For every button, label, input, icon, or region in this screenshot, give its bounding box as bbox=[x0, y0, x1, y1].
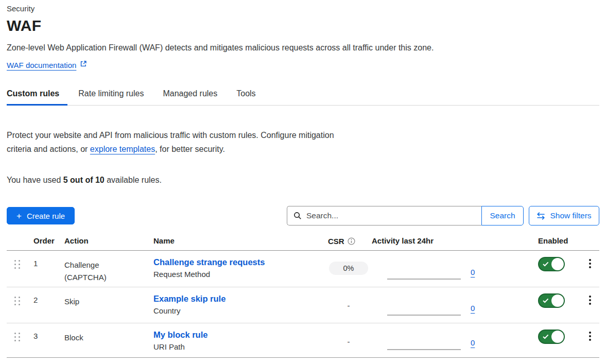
kebab-menu-icon[interactable] bbox=[586, 258, 594, 287]
create-rule-button[interactable]: + Create rule bbox=[7, 207, 75, 224]
swap-arrows-icon bbox=[536, 212, 545, 220]
activity-sparkline bbox=[387, 315, 461, 316]
search-input-wrap bbox=[287, 206, 481, 226]
rules-table: Order Action Name CSR Activity last 24hr… bbox=[7, 236, 599, 358]
toggle-knob bbox=[551, 258, 564, 270]
col-header-name: Name bbox=[153, 236, 328, 246]
waf-documentation-link[interactable]: WAF documentation bbox=[7, 61, 76, 70]
csr-badge: 0% bbox=[329, 262, 368, 275]
enabled-toggle[interactable] bbox=[538, 257, 565, 271]
show-filters-label: Show filters bbox=[550, 211, 591, 220]
drag-cell bbox=[7, 323, 33, 357]
drag-handle-icon[interactable] bbox=[14, 297, 20, 305]
table-row: 1 Challenge (CAPTCHA) Challenge strange … bbox=[7, 251, 599, 287]
name-cell: Example skip rule Country bbox=[153, 287, 328, 323]
intro-line2-pre: criteria and actions, or bbox=[7, 145, 90, 153]
tab-custom-rules[interactable]: Custom rules bbox=[7, 89, 59, 105]
toolbar-right: Search Show filters bbox=[287, 206, 599, 226]
rule-field: Request Method bbox=[153, 270, 328, 279]
action-cell: Block bbox=[64, 323, 129, 357]
drag-cell bbox=[7, 287, 33, 323]
rule-name-link[interactable]: Example skip rule bbox=[153, 294, 226, 304]
activity-count-link[interactable]: 0 bbox=[471, 268, 475, 276]
plus-icon: + bbox=[16, 212, 22, 220]
rule-field: Country bbox=[153, 306, 328, 315]
drag-cell bbox=[7, 251, 33, 287]
checkmark-icon bbox=[543, 334, 549, 339]
show-filters-button[interactable]: Show filters bbox=[529, 206, 599, 226]
tab-managed-rules[interactable]: Managed rules bbox=[163, 89, 217, 105]
header-drag-spacer bbox=[7, 236, 33, 246]
activity-sparkline bbox=[387, 279, 461, 280]
name-cell: Challenge strange requests Request Metho… bbox=[153, 251, 328, 287]
enabled-cell bbox=[538, 287, 581, 323]
activity-sparkline bbox=[387, 349, 461, 350]
intro-text: Protect your website and API from malici… bbox=[7, 128, 599, 156]
create-rule-label: Create rule bbox=[27, 212, 65, 220]
waf-page: Security WAF Zone-level Web Application … bbox=[0, 4, 606, 358]
menu-cell bbox=[581, 251, 599, 287]
col-header-order: Order bbox=[33, 236, 64, 246]
kebab-menu-icon[interactable] bbox=[586, 331, 594, 357]
table-body: 1 Challenge (CAPTCHA) Challenge strange … bbox=[7, 251, 599, 358]
explore-templates-link[interactable]: explore templates bbox=[90, 145, 155, 153]
enabled-toggle[interactable] bbox=[538, 330, 565, 344]
rules-toolbar: + Create rule Search Show filt bbox=[7, 206, 599, 226]
toggle-knob bbox=[551, 331, 564, 343]
rule-name-link[interactable]: Challenge strange requests bbox=[153, 257, 265, 267]
table-row: 3 Block My block rule URI Path - 0 bbox=[7, 323, 599, 357]
page-title: WAF bbox=[7, 17, 599, 34]
csr-value: - bbox=[329, 334, 368, 346]
checkmark-icon bbox=[543, 262, 549, 267]
rule-name-link[interactable]: My block rule bbox=[153, 330, 207, 340]
info-icon[interactable] bbox=[348, 237, 355, 245]
csr-cell: - bbox=[328, 287, 372, 323]
name-cell: My block rule URI Path bbox=[153, 323, 328, 357]
drag-handle-icon[interactable] bbox=[14, 260, 20, 269]
rule-field: URI Path bbox=[153, 342, 328, 351]
drag-handle-icon[interactable] bbox=[14, 333, 20, 341]
col-header-activity: Activity last 24hr bbox=[372, 236, 538, 246]
kebab-menu-icon[interactable] bbox=[586, 294, 594, 323]
checkmark-icon bbox=[543, 298, 549, 303]
table-row: 2 Skip Example skip rule Country - 0 bbox=[7, 287, 599, 323]
order-cell: 2 bbox=[33, 287, 64, 323]
enabled-cell bbox=[538, 251, 581, 287]
search-input[interactable] bbox=[287, 206, 481, 226]
usage-count: 5 out of 10 bbox=[63, 176, 105, 184]
tab-rate-limiting-rules[interactable]: Rate limiting rules bbox=[78, 89, 144, 105]
action-cell: Challenge (CAPTCHA) bbox=[64, 251, 129, 287]
action-cell: Skip bbox=[64, 287, 129, 323]
csr-header-label: CSR bbox=[328, 237, 344, 246]
usage-text: You have used 5 out of 10 available rule… bbox=[7, 176, 599, 185]
breadcrumb-security: Security bbox=[7, 4, 599, 13]
intro-line2-post: , for better security. bbox=[155, 145, 225, 153]
tab-tools[interactable]: Tools bbox=[236, 89, 255, 105]
doc-link-row: WAF documentation bbox=[7, 60, 599, 70]
activity-cell: 0 bbox=[372, 287, 538, 323]
search-group: Search bbox=[287, 206, 524, 226]
activity-cell: 0 bbox=[372, 251, 538, 287]
csr-cell: - bbox=[328, 323, 372, 357]
order-cell: 3 bbox=[33, 323, 64, 357]
col-header-enabled: Enabled bbox=[538, 236, 581, 246]
header-menu-spacer bbox=[581, 236, 599, 246]
col-header-action: Action bbox=[64, 236, 153, 246]
usage-pre: You have used bbox=[7, 176, 63, 184]
usage-post: available rules. bbox=[105, 176, 162, 184]
activity-cell: 0 bbox=[372, 323, 538, 357]
menu-cell bbox=[581, 323, 599, 357]
tab-bar: Custom rules Rate limiting rules Managed… bbox=[7, 89, 599, 106]
activity-count-link[interactable]: 0 bbox=[471, 304, 475, 313]
enabled-toggle[interactable] bbox=[538, 293, 565, 308]
enabled-cell bbox=[538, 323, 581, 357]
search-button[interactable]: Search bbox=[481, 206, 524, 226]
activity-count-link[interactable]: 0 bbox=[471, 338, 475, 347]
intro-line1: Protect your website and API from malici… bbox=[7, 131, 334, 140]
col-header-csr: CSR bbox=[328, 236, 372, 246]
csr-value: - bbox=[329, 298, 368, 310]
external-link-icon bbox=[80, 60, 87, 70]
page-description: Zone-level Web Application Firewall (WAF… bbox=[7, 43, 599, 53]
search-icon bbox=[293, 212, 302, 220]
csr-cell: 0% bbox=[328, 251, 372, 287]
